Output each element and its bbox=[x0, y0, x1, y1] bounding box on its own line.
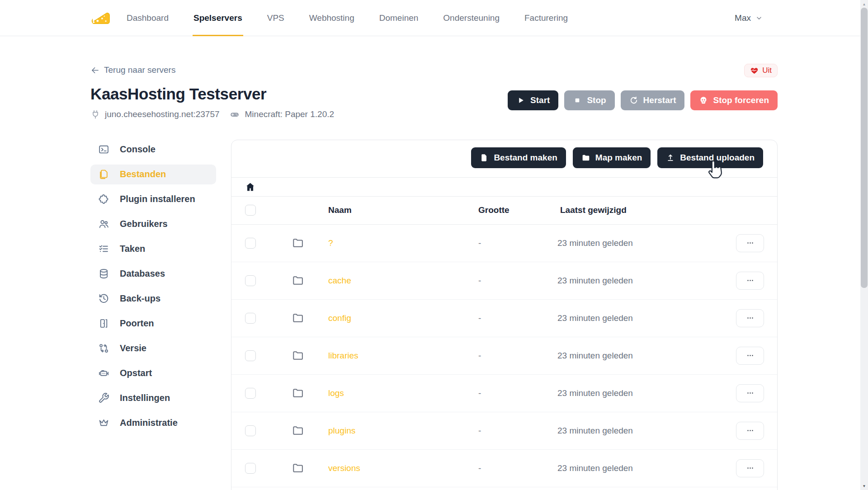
scrollbar-thumb[interactable] bbox=[861, 8, 868, 288]
select-all-checkbox[interactable] bbox=[245, 205, 256, 216]
server-version: Minecraft: Paper 1.20.2 bbox=[245, 109, 335, 120]
row-actions-button[interactable] bbox=[736, 272, 764, 290]
sidebar-item[interactable]: Instellingen bbox=[90, 388, 216, 408]
row-checkbox[interactable] bbox=[245, 463, 256, 474]
nav-item[interactable]: Spelservers bbox=[193, 0, 243, 36]
nav-item[interactable]: VPS bbox=[266, 0, 285, 36]
home-icon[interactable] bbox=[245, 182, 255, 192]
table-row: plugins - 23 minuten geleden bbox=[231, 412, 777, 450]
row-actions-button[interactable] bbox=[736, 309, 764, 327]
file-name-link[interactable]: cache bbox=[326, 276, 476, 286]
nav-item-label: VPS bbox=[267, 13, 284, 23]
nav-item[interactable]: Domeinen bbox=[378, 0, 420, 36]
row-checkbox[interactable] bbox=[245, 425, 256, 436]
file-name-link[interactable]: libraries bbox=[326, 351, 476, 361]
row-actions-button[interactable] bbox=[736, 422, 764, 440]
folder-icon bbox=[292, 387, 304, 399]
row-checkbox[interactable] bbox=[245, 313, 256, 324]
table-row: logs - 23 minuten geleden bbox=[231, 375, 777, 412]
file-name-link[interactable]: versions bbox=[326, 463, 476, 473]
sidebar-item-label: Poorten bbox=[120, 318, 154, 329]
user-name: Max bbox=[735, 13, 751, 23]
chevron-down-icon bbox=[755, 14, 763, 22]
file-modified: 23 minuten geleden bbox=[557, 276, 727, 286]
sidebar-item[interactable]: Administratie bbox=[90, 413, 216, 433]
dots-icon bbox=[746, 426, 755, 435]
files-card: Bestand maken Map maken Bestand uploaden bbox=[231, 140, 778, 490]
file-name-link[interactable]: config bbox=[326, 313, 476, 323]
file-size: - bbox=[476, 313, 557, 323]
cheese-logo[interactable] bbox=[90, 8, 111, 28]
file-name-link[interactable]: ? bbox=[326, 238, 476, 248]
sidebar-item[interactable]: Poorten bbox=[90, 314, 216, 334]
sidebar-item[interactable]: Databases bbox=[90, 264, 216, 284]
wrench-icon bbox=[98, 392, 109, 404]
row-checkbox[interactable] bbox=[245, 388, 256, 399]
folder-icon bbox=[292, 349, 304, 362]
gamepad-icon bbox=[229, 109, 241, 119]
table-row: libraries - 23 minuten geleden bbox=[231, 337, 777, 375]
file-icon bbox=[480, 153, 489, 162]
file-modified: 23 minuten geleden bbox=[557, 463, 727, 473]
sidebar-item[interactable]: Gebruikers bbox=[90, 214, 216, 234]
server-action-button[interactable]: Start bbox=[508, 90, 558, 110]
history-icon bbox=[98, 293, 109, 304]
scroll-down-arrow[interactable]: ▼ bbox=[860, 482, 868, 490]
scroll-up-arrow[interactable]: ▲ bbox=[860, 0, 868, 8]
sidebar-item[interactable]: Bestanden bbox=[90, 165, 216, 184]
status-badge: Uit bbox=[744, 64, 778, 77]
row-actions-button[interactable] bbox=[736, 459, 764, 477]
sidebar-item[interactable]: Back-ups bbox=[90, 289, 216, 309]
status-label: Uit bbox=[762, 66, 772, 75]
row-checkbox[interactable] bbox=[245, 238, 256, 249]
file-name-link[interactable]: plugins bbox=[326, 426, 476, 436]
database-icon bbox=[98, 268, 109, 279]
door-icon bbox=[98, 318, 109, 329]
toolbar-button[interactable]: Bestand maken bbox=[471, 147, 566, 168]
toolbar-button[interactable]: Map maken bbox=[573, 147, 651, 168]
page-scrollbar[interactable]: ▲ ▼ bbox=[860, 0, 868, 490]
folder-icon bbox=[292, 462, 304, 474]
column-header-name: Naam bbox=[326, 205, 476, 215]
main-nav: Dashboard Spelservers VPS Webhosting Dom… bbox=[126, 0, 592, 36]
folder-icon bbox=[292, 424, 304, 437]
server-action-button[interactable]: Stop forceren bbox=[690, 90, 778, 110]
folder-filled-icon bbox=[581, 153, 590, 162]
sidebar-item[interactable]: Opstart bbox=[90, 363, 216, 383]
puzzle-icon bbox=[98, 193, 109, 205]
row-actions-button[interactable] bbox=[736, 347, 764, 365]
sidebar-item-label: Back-ups bbox=[120, 293, 160, 304]
file-size: - bbox=[476, 238, 557, 248]
row-actions-button[interactable] bbox=[736, 234, 764, 252]
upload-icon bbox=[666, 153, 675, 162]
user-menu[interactable]: Max bbox=[735, 13, 763, 23]
nav-item[interactable]: Dashboard bbox=[126, 0, 170, 36]
server-action-button[interactable]: Herstart bbox=[621, 90, 685, 110]
button-label: Start bbox=[530, 95, 550, 105]
arrow-left-icon bbox=[90, 66, 100, 75]
sidebar: Console Bestanden Plugin installeren Geb… bbox=[90, 140, 216, 438]
sidebar-item[interactable]: Plugin installeren bbox=[90, 189, 216, 209]
back-link[interactable]: Terug naar servers bbox=[90, 65, 175, 75]
nav-item[interactable]: Facturering bbox=[524, 0, 569, 36]
folder-icon bbox=[292, 312, 304, 324]
row-actions-button[interactable] bbox=[736, 384, 764, 402]
sidebar-item[interactable]: Console bbox=[90, 140, 216, 160]
toolbar-button[interactable]: Bestand uploaden bbox=[657, 147, 763, 168]
sidebar-item[interactable]: Versie bbox=[90, 339, 216, 358]
nav-item[interactable]: Webhosting bbox=[308, 0, 355, 36]
sidebar-item[interactable]: Taken bbox=[90, 239, 216, 259]
server-address: juno.cheesehosting.net:23757 bbox=[105, 109, 220, 120]
file-size: - bbox=[476, 388, 557, 398]
version-icon bbox=[98, 343, 109, 354]
row-checkbox[interactable] bbox=[245, 275, 256, 286]
file-modified: 23 minuten geleden bbox=[557, 313, 727, 323]
file-name-link[interactable]: logs bbox=[326, 388, 476, 398]
main-content: Console Bestanden Plugin installeren Geb… bbox=[90, 140, 778, 490]
nav-item[interactable]: Ondersteuning bbox=[442, 0, 500, 36]
server-action-button[interactable]: Stop bbox=[564, 90, 614, 110]
dots-icon bbox=[746, 239, 755, 247]
server-header: Terug naar servers KaasHosting Testserve… bbox=[90, 36, 778, 120]
restart-icon bbox=[629, 96, 638, 105]
row-checkbox[interactable] bbox=[245, 350, 256, 361]
